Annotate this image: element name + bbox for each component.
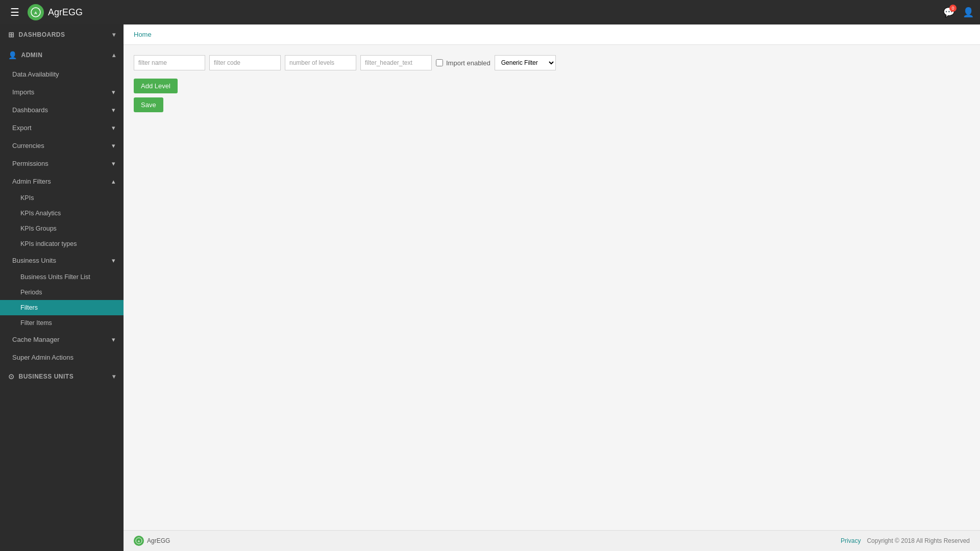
import-enabled-text: Import enabled: [446, 59, 491, 67]
content-area: Home Import enabled Generic Filter Optio…: [124, 24, 980, 551]
chevron-right-icon: ▾: [112, 160, 115, 167]
sidebar-section-business-units-label: BUSINESS UNITS: [19, 373, 74, 380]
import-enabled-checkbox[interactable]: [436, 59, 443, 66]
notification-badge: 0: [949, 5, 957, 12]
header-icons: 💬 0 👤: [943, 7, 974, 18]
sidebar-item-dashboards[interactable]: Dashboards ▾: [0, 101, 124, 119]
chat-button[interactable]: 💬 0: [943, 7, 954, 18]
sidebar-item-kpis[interactable]: KPIs: [0, 190, 124, 206]
main-layout: ⊞ DASHBOARDS ▾ 👤 ADMIN ▴ Data Availabili…: [0, 24, 980, 551]
breadcrumb: Home: [124, 24, 980, 45]
app-title: AgrEGG: [48, 7, 83, 18]
sidebar-item-filters[interactable]: Filters: [0, 300, 124, 315]
footer-logo-text: AgrEGG: [147, 537, 170, 544]
sidebar-item-kpis-analytics[interactable]: KPIs Analytics: [0, 206, 124, 221]
footer-right: Privacy Copyright © 2018 All Rights Rese…: [841, 537, 970, 544]
breadcrumb-home-link[interactable]: Home: [134, 31, 152, 38]
chevron-right-icon: ▾: [112, 257, 115, 264]
sidebar-item-kpis-groups[interactable]: KPIs Groups: [0, 221, 124, 236]
admin-icon: 👤: [8, 51, 17, 59]
user-button[interactable]: 👤: [963, 7, 974, 18]
sidebar-item-business-units[interactable]: Business Units ▾: [0, 252, 124, 269]
sidebar-item-business-units-filter-list[interactable]: Business Units Filter List: [0, 269, 124, 285]
filter-name-input[interactable]: [134, 55, 205, 70]
svg-text:A: A: [138, 540, 140, 543]
sidebar-item-super-admin-actions[interactable]: Super Admin Actions: [0, 348, 124, 366]
user-icon: 👤: [963, 7, 974, 17]
sidebar-item-cache-manager[interactable]: Cache Manager ▾: [0, 331, 124, 348]
footer-logo-icon: A: [134, 536, 144, 546]
chevron-right-icon: ▾: [112, 336, 115, 343]
sidebar-section-admin-label: ADMIN: [21, 52, 43, 59]
sidebar-item-data-availability[interactable]: Data Availability: [0, 65, 124, 83]
chevron-right-icon: ▾: [112, 142, 115, 149]
save-button[interactable]: Save: [134, 97, 163, 112]
sidebar-item-permissions[interactable]: Permissions ▾: [0, 155, 124, 172]
sidebar-section-business-units[interactable]: ⊙ BUSINESS UNITS ▾: [0, 366, 124, 387]
sidebar-item-export[interactable]: Export ▾: [0, 119, 124, 137]
import-enabled-label: Import enabled: [436, 59, 491, 67]
chevron-right-icon: ▾: [112, 88, 115, 96]
sidebar: ⊞ DASHBOARDS ▾ 👤 ADMIN ▴ Data Availabili…: [0, 24, 124, 551]
content-main: Import enabled Generic Filter Option 1 O…: [124, 45, 980, 530]
filter-code-input[interactable]: [209, 55, 281, 70]
sidebar-item-admin-filters[interactable]: Admin Filters ▴: [0, 172, 124, 190]
footer-copyright: Copyright © 2018 All Rights Reserved: [867, 537, 970, 544]
sidebar-item-imports[interactable]: Imports ▾: [0, 83, 124, 101]
generic-filter-select[interactable]: Generic Filter Option 1 Option 2: [495, 55, 556, 70]
sidebar-item-currencies[interactable]: Currencies ▾: [0, 137, 124, 155]
sidebar-super-admin-label: Super Admin Actions: [12, 354, 74, 361]
content-footer: A AgrEGG Privacy Copyright © 2018 All Ri…: [124, 530, 980, 551]
add-level-button[interactable]: Add Level: [134, 79, 178, 93]
privacy-link[interactable]: Privacy: [841, 537, 861, 544]
footer-logo: A AgrEGG: [134, 536, 170, 546]
chevron-right-icon: ▾: [112, 106, 115, 114]
logo-area: A AgrEGG: [28, 4, 83, 20]
sidebar-section-admin[interactable]: 👤 ADMIN ▴: [0, 45, 124, 65]
sidebar-item-kpis-indicator-types[interactable]: KPIs indicator types: [0, 236, 124, 252]
sidebar-section-dashboards[interactable]: ⊞ DASHBOARDS ▾: [0, 24, 124, 45]
filter-header-text-input[interactable]: [360, 55, 432, 70]
logo-icon: A: [28, 4, 44, 20]
chevron-up-icon: ▴: [112, 178, 115, 185]
top-header: ☰ A AgrEGG 💬 0 👤: [0, 0, 980, 24]
dashboards-icon: ⊞: [8, 31, 15, 39]
sidebar-cache-manager-label: Cache Manager: [12, 336, 60, 343]
business-units-icon: ⊙: [8, 372, 15, 381]
sidebar-item-periods[interactable]: Periods: [0, 285, 124, 300]
chevron-right-icon: ▾: [112, 124, 115, 132]
chevron-down-icon: ▾: [112, 373, 116, 380]
chevron-up-icon: ▴: [112, 52, 116, 59]
filter-row: Import enabled Generic Filter Option 1 O…: [134, 55, 970, 70]
hamburger-button[interactable]: ☰: [6, 4, 23, 20]
filter-levels-input[interactable]: [285, 55, 356, 70]
sidebar-item-filter-items[interactable]: Filter Items: [0, 315, 124, 331]
chevron-down-icon: ▾: [112, 31, 116, 38]
svg-text:A: A: [34, 11, 37, 15]
sidebar-section-dashboards-label: DASHBOARDS: [19, 31, 65, 38]
